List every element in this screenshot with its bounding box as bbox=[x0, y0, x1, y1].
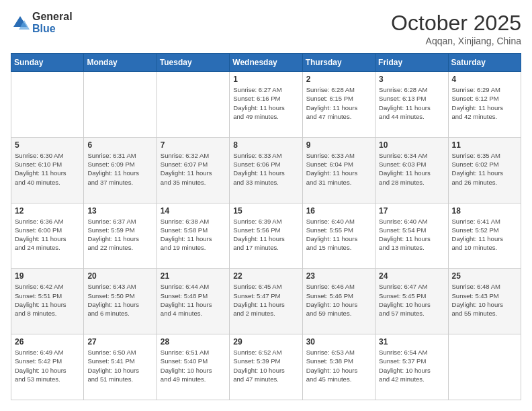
table-row: 21Sunrise: 6:44 AM Sunset: 5:48 PM Dayli… bbox=[157, 269, 229, 334]
calendar-week-row: 5Sunrise: 6:30 AM Sunset: 6:10 PM Daylig… bbox=[11, 137, 521, 203]
day-info: Sunrise: 6:35 AM Sunset: 6:02 PM Dayligh… bbox=[452, 151, 517, 187]
day-info: Sunrise: 6:29 AM Sunset: 6:12 PM Dayligh… bbox=[452, 85, 517, 121]
day-info: Sunrise: 6:50 AM Sunset: 5:41 PM Dayligh… bbox=[87, 348, 152, 383]
table-row: 3Sunrise: 6:28 AM Sunset: 6:13 PM Daylig… bbox=[375, 72, 448, 138]
table-row: 11Sunrise: 6:35 AM Sunset: 6:02 PM Dayli… bbox=[448, 137, 521, 203]
table-row: 24Sunrise: 6:47 AM Sunset: 5:45 PM Dayli… bbox=[375, 269, 448, 334]
logo: General Blue bbox=[11, 11, 73, 35]
day-number: 18 bbox=[452, 206, 517, 216]
day-info: Sunrise: 6:51 AM Sunset: 5:40 PM Dayligh… bbox=[161, 348, 226, 383]
logo-icon bbox=[11, 13, 30, 32]
day-number: 12 bbox=[15, 206, 80, 216]
table-row: 27Sunrise: 6:50 AM Sunset: 5:41 PM Dayli… bbox=[84, 334, 157, 400]
day-info: Sunrise: 6:48 AM Sunset: 5:43 PM Dayligh… bbox=[452, 282, 517, 318]
table-row: 28Sunrise: 6:51 AM Sunset: 5:40 PM Dayli… bbox=[157, 334, 229, 400]
table-row: 31Sunrise: 6:54 AM Sunset: 5:37 PM Dayli… bbox=[375, 334, 448, 400]
day-number: 7 bbox=[161, 140, 226, 150]
day-number: 2 bbox=[306, 75, 371, 84]
day-info: Sunrise: 6:49 AM Sunset: 5:42 PM Dayligh… bbox=[15, 348, 80, 383]
table-row: 20Sunrise: 6:43 AM Sunset: 5:50 PM Dayli… bbox=[84, 269, 157, 334]
calendar-week-row: 19Sunrise: 6:42 AM Sunset: 5:51 PM Dayli… bbox=[11, 269, 521, 334]
day-number: 31 bbox=[379, 337, 444, 347]
table-row: 18Sunrise: 6:41 AM Sunset: 5:52 PM Dayli… bbox=[448, 203, 521, 269]
col-tuesday: Tuesday bbox=[157, 54, 229, 72]
day-info: Sunrise: 6:43 AM Sunset: 5:50 PM Dayligh… bbox=[87, 282, 152, 318]
day-info: Sunrise: 6:47 AM Sunset: 5:45 PM Dayligh… bbox=[379, 282, 444, 318]
day-info: Sunrise: 6:36 AM Sunset: 6:00 PM Dayligh… bbox=[15, 217, 80, 253]
day-info: Sunrise: 6:54 AM Sunset: 5:37 PM Dayligh… bbox=[379, 348, 444, 383]
table-row: 19Sunrise: 6:42 AM Sunset: 5:51 PM Dayli… bbox=[11, 269, 84, 334]
table-row bbox=[11, 72, 84, 138]
day-info: Sunrise: 6:30 AM Sunset: 6:10 PM Dayligh… bbox=[15, 151, 80, 187]
table-row bbox=[448, 334, 521, 400]
day-number: 14 bbox=[161, 206, 226, 216]
col-sunday: Sunday bbox=[11, 54, 84, 72]
table-row: 10Sunrise: 6:34 AM Sunset: 6:03 PM Dayli… bbox=[375, 137, 448, 203]
day-info: Sunrise: 6:46 AM Sunset: 5:46 PM Dayligh… bbox=[306, 282, 371, 318]
day-info: Sunrise: 6:31 AM Sunset: 6:09 PM Dayligh… bbox=[87, 151, 152, 187]
table-row: 15Sunrise: 6:39 AM Sunset: 5:56 PM Dayli… bbox=[230, 203, 302, 269]
month-title: October 2025 bbox=[391, 11, 521, 36]
day-number: 16 bbox=[306, 206, 371, 216]
table-row: 5Sunrise: 6:30 AM Sunset: 6:10 PM Daylig… bbox=[11, 137, 84, 203]
day-info: Sunrise: 6:38 AM Sunset: 5:58 PM Dayligh… bbox=[161, 217, 226, 253]
day-number: 29 bbox=[233, 337, 298, 347]
calendar-week-row: 1Sunrise: 6:27 AM Sunset: 6:16 PM Daylig… bbox=[11, 72, 521, 138]
table-row: 23Sunrise: 6:46 AM Sunset: 5:46 PM Dayli… bbox=[302, 269, 375, 334]
day-number: 26 bbox=[15, 337, 80, 347]
day-info: Sunrise: 6:34 AM Sunset: 6:03 PM Dayligh… bbox=[379, 151, 444, 187]
day-number: 9 bbox=[306, 140, 371, 150]
day-number: 19 bbox=[15, 271, 80, 281]
table-row: 4Sunrise: 6:29 AM Sunset: 6:12 PM Daylig… bbox=[448, 72, 521, 138]
table-row: 16Sunrise: 6:40 AM Sunset: 5:55 PM Dayli… bbox=[302, 203, 375, 269]
col-saturday: Saturday bbox=[448, 54, 521, 72]
day-number: 11 bbox=[452, 140, 517, 150]
table-row: 17Sunrise: 6:40 AM Sunset: 5:54 PM Dayli… bbox=[375, 203, 448, 269]
day-info: Sunrise: 6:27 AM Sunset: 6:16 PM Dayligh… bbox=[233, 85, 298, 121]
day-number: 20 bbox=[87, 271, 152, 281]
table-row bbox=[157, 72, 229, 138]
day-info: Sunrise: 6:45 AM Sunset: 5:47 PM Dayligh… bbox=[233, 282, 298, 318]
day-info: Sunrise: 6:41 AM Sunset: 5:52 PM Dayligh… bbox=[452, 217, 517, 253]
table-row: 22Sunrise: 6:45 AM Sunset: 5:47 PM Dayli… bbox=[230, 269, 302, 334]
col-friday: Friday bbox=[375, 54, 448, 72]
day-info: Sunrise: 6:33 AM Sunset: 6:04 PM Dayligh… bbox=[306, 151, 371, 187]
calendar-week-row: 12Sunrise: 6:36 AM Sunset: 6:00 PM Dayli… bbox=[11, 203, 521, 269]
table-row: 7Sunrise: 6:32 AM Sunset: 6:07 PM Daylig… bbox=[157, 137, 229, 203]
day-number: 24 bbox=[379, 271, 444, 281]
table-row: 9Sunrise: 6:33 AM Sunset: 6:04 PM Daylig… bbox=[302, 137, 375, 203]
table-row: 30Sunrise: 6:53 AM Sunset: 5:38 PM Dayli… bbox=[302, 334, 375, 400]
header: General Blue October 2025 Aqqan, Xinjian… bbox=[11, 11, 521, 46]
day-number: 6 bbox=[87, 140, 152, 150]
title-block: October 2025 Aqqan, Xinjiang, China bbox=[391, 11, 521, 46]
day-number: 3 bbox=[379, 75, 444, 84]
table-row bbox=[84, 72, 157, 138]
day-info: Sunrise: 6:53 AM Sunset: 5:38 PM Dayligh… bbox=[306, 348, 371, 383]
day-number: 27 bbox=[87, 337, 152, 347]
day-info: Sunrise: 6:40 AM Sunset: 5:55 PM Dayligh… bbox=[306, 217, 371, 253]
table-row: 8Sunrise: 6:33 AM Sunset: 6:06 PM Daylig… bbox=[230, 137, 302, 203]
day-number: 15 bbox=[233, 206, 298, 216]
table-row: 12Sunrise: 6:36 AM Sunset: 6:00 PM Dayli… bbox=[11, 203, 84, 269]
day-info: Sunrise: 6:39 AM Sunset: 5:56 PM Dayligh… bbox=[233, 217, 298, 253]
table-row: 13Sunrise: 6:37 AM Sunset: 5:59 PM Dayli… bbox=[84, 203, 157, 269]
day-number: 10 bbox=[379, 140, 444, 150]
table-row: 6Sunrise: 6:31 AM Sunset: 6:09 PM Daylig… bbox=[84, 137, 157, 203]
location: Aqqan, Xinjiang, China bbox=[391, 36, 521, 46]
col-thursday: Thursday bbox=[302, 54, 375, 72]
page: General Blue October 2025 Aqqan, Xinjian… bbox=[0, 0, 532, 411]
day-number: 13 bbox=[87, 206, 152, 216]
day-number: 21 bbox=[161, 271, 226, 281]
day-info: Sunrise: 6:32 AM Sunset: 6:07 PM Dayligh… bbox=[161, 151, 226, 187]
day-number: 23 bbox=[306, 271, 371, 281]
day-number: 28 bbox=[161, 337, 226, 347]
day-info: Sunrise: 6:44 AM Sunset: 5:48 PM Dayligh… bbox=[161, 282, 226, 318]
table-row: 25Sunrise: 6:48 AM Sunset: 5:43 PM Dayli… bbox=[448, 269, 521, 334]
calendar-table: Sunday Monday Tuesday Wednesday Thursday… bbox=[11, 53, 521, 400]
day-number: 22 bbox=[233, 271, 298, 281]
table-row: 2Sunrise: 6:28 AM Sunset: 6:15 PM Daylig… bbox=[302, 72, 375, 138]
table-row: 1Sunrise: 6:27 AM Sunset: 6:16 PM Daylig… bbox=[230, 72, 302, 138]
logo-text: General Blue bbox=[32, 11, 73, 35]
day-number: 8 bbox=[233, 140, 298, 150]
day-number: 5 bbox=[15, 140, 80, 150]
